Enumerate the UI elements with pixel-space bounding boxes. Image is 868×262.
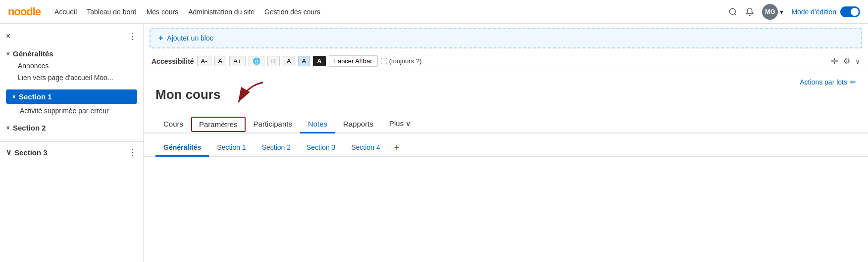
font-decrease-button[interactable]: A- <box>197 56 211 66</box>
sidebar-section1-label: Section 1 <box>19 92 52 101</box>
notifications-button[interactable] <box>745 7 754 16</box>
accessibility-label: Accessibilité <box>152 57 194 65</box>
actions-par-lots-label: Actions par lots <box>800 78 847 86</box>
always-checkbox-label: (toujours ?) <box>381 57 422 65</box>
course-title: Mon cours <box>155 87 220 102</box>
style-a3-button[interactable]: A <box>298 56 310 66</box>
main-layout: × ⋮ ∨ Généralités Annonces Lien vers pag… <box>0 24 868 262</box>
sidebar-section3-row: ∨ Section 3 ⋮ <box>0 141 143 163</box>
tab-plus[interactable]: Plus ∨ <box>381 115 419 133</box>
sidebar-section2-section: ∨ Section 2 <box>0 119 143 137</box>
svg-point-0 <box>730 8 736 14</box>
add-block-bar[interactable]: + Ajouter un bloc <box>150 28 862 48</box>
nav-tableau-de-bord[interactable]: Tableau de bord <box>87 8 136 16</box>
nav-mes-cours[interactable]: Mes cours <box>147 8 179 16</box>
arrow-annotation <box>228 80 268 111</box>
sidebar-section2-label: Section 2 <box>13 124 46 132</box>
edition-toggle-switch[interactable] <box>840 6 860 17</box>
chevron-down-icon: ▾ <box>780 8 783 16</box>
chevron-down-icon: ∨ <box>6 148 11 157</box>
sidebar-header: × ⋮ <box>0 28 143 44</box>
section3-more-button[interactable]: ⋮ <box>128 147 137 158</box>
course-tabs: Cours Paramètres Participants Notes Rapp… <box>144 111 868 133</box>
sidebar-more-button[interactable]: ⋮ <box>128 31 137 42</box>
sidebar-divider <box>6 139 137 139</box>
section-tab-section3[interactable]: Section 3 <box>299 139 343 157</box>
reset-button[interactable]: R <box>267 56 280 66</box>
user-menu[interactable]: MG ▾ <box>762 4 783 20</box>
sidebar-generalites-title[interactable]: ∨ Généralités <box>6 47 137 60</box>
sidebar: × ⋮ ∨ Généralités Annonces Lien vers pag… <box>0 24 144 262</box>
add-block-label: Ajouter un bloc <box>167 34 213 42</box>
plus-icon: + <box>158 34 163 43</box>
main-content: + Ajouter un bloc Accessibilité A- A A+ … <box>144 24 868 262</box>
launch-atbar-button[interactable]: Lancer ATbar <box>329 55 378 67</box>
top-nav: noodle Accueil Tableau de bord Mes cours… <box>0 0 868 24</box>
accessibility-bar: Accessibilité A- A A+ 🌐 R A A A Lancer A… <box>144 52 868 70</box>
sidebar-generalites-label: Généralités <box>13 49 53 58</box>
nav-gestion-cours[interactable]: Gestion des cours <box>264 8 320 16</box>
always-checkbox[interactable] <box>381 58 387 64</box>
course-title-area: Mon cours <box>155 78 268 111</box>
sidebar-section1-container: ∨ Section 1 Activité supprimée par erreu… <box>0 87 143 119</box>
user-avatar: MG <box>762 4 778 20</box>
sidebar-section3-title[interactable]: ∨ Section 3 <box>6 148 48 157</box>
section-tab-section1[interactable]: Section 1 <box>209 139 254 157</box>
font-normal-button[interactable]: A <box>214 56 227 66</box>
section-tab-generalites[interactable]: Généralités <box>155 139 209 157</box>
chevron-down-icon: ∨ <box>6 50 10 57</box>
move-icon[interactable]: ✛ <box>831 56 838 67</box>
section-tabs: Généralités Section 1 Section 2 Section … <box>144 133 868 157</box>
chevron-down-icon: ∨ <box>12 93 16 100</box>
sidebar-item-activite[interactable]: Activité supprimée par erreur <box>6 105 137 117</box>
acc-right-controls: ✛ ⚙ ∨ <box>831 56 860 67</box>
tab-parametres[interactable]: Paramètres <box>191 117 246 132</box>
always-checkbox-text: (toujours ?) <box>389 57 422 65</box>
course-header: Mon cours Actions par lots ✏ <box>144 70 868 111</box>
logo: noodle <box>8 5 41 18</box>
nav-administration[interactable]: Administration du site <box>188 8 255 16</box>
section-tab-section4[interactable]: Section 4 <box>343 139 388 157</box>
tab-rapports[interactable]: Rapports <box>335 116 381 133</box>
chevron-down-icon: ∨ <box>6 125 10 131</box>
nav-accueil[interactable]: Accueil <box>54 8 77 16</box>
gear-icon[interactable]: ⚙ <box>843 56 850 66</box>
tab-participants[interactable]: Participants <box>246 116 300 133</box>
style-a4-button[interactable]: A <box>313 56 325 66</box>
section-tab-add[interactable]: + <box>388 141 406 155</box>
sidebar-item-lien-accueil[interactable]: Lien vers page d'accueil Moo... <box>6 72 137 84</box>
svg-line-1 <box>735 13 736 15</box>
sidebar-generalites-section: ∨ Généralités Annonces Lien vers page d'… <box>0 44 143 87</box>
tab-cours[interactable]: Cours <box>155 116 191 133</box>
mode-edition-label: Mode d'édition <box>791 8 836 16</box>
nav-right: MG ▾ Mode d'édition <box>728 4 860 20</box>
edit-icon: ✏ <box>850 78 856 86</box>
sidebar-item-annonces[interactable]: Annonces <box>6 60 137 72</box>
sidebar-close-button[interactable]: × <box>6 32 10 41</box>
section-tab-section2[interactable]: Section 2 <box>254 139 299 157</box>
image-button[interactable]: 🌐 <box>249 56 264 66</box>
style-a2-button[interactable]: A <box>283 56 295 66</box>
sidebar-section3-label: Section 3 <box>14 148 48 157</box>
sidebar-section1-active[interactable]: ∨ Section 1 <box>6 89 137 104</box>
mode-edition-toggle[interactable]: Mode d'édition <box>791 6 860 17</box>
acc-chevron-icon[interactable]: ∨ <box>855 57 860 65</box>
tab-notes[interactable]: Notes <box>300 116 335 133</box>
sidebar-section2-title[interactable]: ∨ Section 2 <box>6 122 137 134</box>
font-increase-button[interactable]: A+ <box>229 56 245 66</box>
actions-par-lots[interactable]: Actions par lots ✏ <box>800 78 856 86</box>
search-button[interactable] <box>728 7 737 16</box>
